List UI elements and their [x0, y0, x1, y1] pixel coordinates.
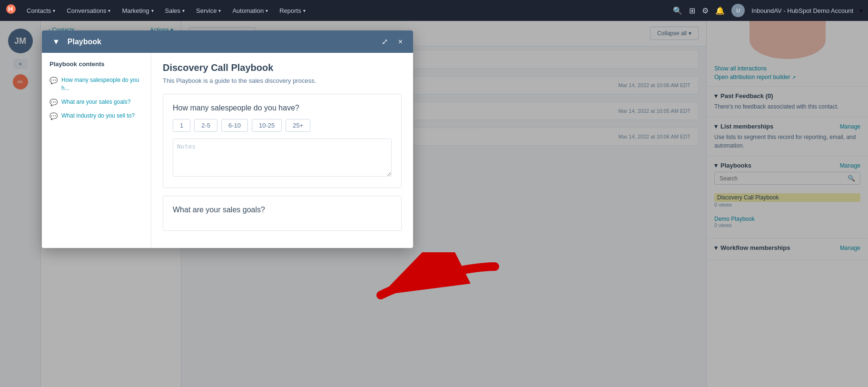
- option-btn-3[interactable]: 10-25: [252, 119, 282, 132]
- playbook-description: This Playbook is a guide to the sales di…: [163, 77, 402, 84]
- question-text-0: How many salespeople do you have?: [173, 104, 392, 112]
- nav-service[interactable]: Service ▾: [191, 5, 226, 16]
- chevron-down-icon: ▾: [108, 8, 110, 13]
- nav-right-section: 🔍 ⊞ ⚙ 🔔 U InboundAV - HubSpot Demo Accou…: [673, 4, 862, 17]
- nav-sales[interactable]: Sales ▾: [160, 5, 190, 16]
- option-btn-0[interactable]: 1: [173, 119, 190, 132]
- modal-sidebar: Playbook contents 💬 How many salespeople…: [42, 53, 151, 248]
- notes-textarea[interactable]: [173, 139, 392, 177]
- svg-text:H: H: [8, 5, 13, 13]
- modal-nav-item-1[interactable]: 💬 What are your sales goals?: [49, 95, 143, 109]
- question-text-1: What are your sales goals?: [173, 206, 392, 214]
- option-btn-4[interactable]: 25+: [286, 119, 310, 132]
- chat-icon: 💬: [49, 112, 58, 120]
- top-navigation: H Contacts ▾ Conversations ▾ Marketing ▾…: [0, 0, 868, 21]
- modal-overlay: ▼ Playbook ⤢ × Playbook contents 💬 How m…: [0, 21, 868, 387]
- user-avatar[interactable]: U: [731, 4, 745, 17]
- nav-marketing[interactable]: Marketing ▾: [117, 5, 158, 16]
- modal-sidebar-title: Playbook contents: [49, 60, 143, 68]
- playbook-modal: ▼ Playbook ⤢ × Playbook contents 💬 How m…: [42, 30, 413, 248]
- option-btn-2[interactable]: 6-10: [221, 119, 248, 132]
- modal-body: Playbook contents 💬 How many salespeople…: [42, 53, 413, 248]
- chevron-down-icon: ▾: [53, 8, 55, 13]
- modal-collapse-button[interactable]: ▼: [49, 37, 63, 47]
- modal-expand-button[interactable]: ⤢: [379, 36, 391, 47]
- modal-nav-label-2: What industry do you sell to?: [61, 112, 135, 120]
- playbook-modal-title: Discovery Call Playbook: [163, 62, 402, 73]
- grid-icon[interactable]: ⊞: [689, 6, 695, 15]
- option-btn-1[interactable]: 2-5: [194, 119, 217, 132]
- chat-icon: 💬: [49, 99, 58, 106]
- chat-icon: 💬: [49, 77, 58, 84]
- modal-header: ▼ Playbook ⤢ ×: [42, 30, 413, 53]
- chevron-down-icon: ▾: [218, 8, 221, 13]
- chevron-down-icon: ▾: [266, 8, 268, 13]
- modal-title: Playbook: [68, 38, 374, 46]
- modal-nav-item-2[interactable]: 💬 What industry do you sell to?: [49, 109, 143, 123]
- option-buttons-0: 1 2-5 6-10 10-25 25+: [173, 119, 392, 132]
- modal-nav-label-0: How many salespeople do you h...: [61, 76, 143, 92]
- modal-content: Discovery Call Playbook This Playbook is…: [151, 53, 413, 248]
- search-icon[interactable]: 🔍: [673, 6, 682, 15]
- modal-close-button[interactable]: ×: [395, 37, 405, 47]
- modal-nav-label-1: What are your sales goals?: [61, 98, 130, 106]
- question-card-0: How many salespeople do you have? 1 2-5 …: [163, 94, 402, 188]
- nav-reports[interactable]: Reports ▾: [275, 5, 310, 16]
- chevron-down-icon: ▾: [303, 8, 306, 13]
- hubspot-logo: H: [6, 4, 16, 17]
- modal-nav-item-0[interactable]: 💬 How many salespeople do you h...: [49, 73, 143, 95]
- question-card-1: What are your sales goals?: [163, 196, 402, 231]
- chevron-down-icon: ▾: [182, 8, 185, 13]
- account-name[interactable]: InboundAV - HubSpot Demo Account: [751, 7, 853, 14]
- nav-automation[interactable]: Automation ▾: [227, 5, 273, 16]
- bell-icon[interactable]: 🔔: [715, 6, 725, 15]
- chevron-down-icon: ▾: [151, 8, 154, 13]
- nav-contacts[interactable]: Contacts ▾: [22, 5, 60, 16]
- settings-icon[interactable]: ⚙: [702, 6, 709, 15]
- nav-conversations[interactable]: Conversations ▾: [62, 5, 115, 16]
- account-chevron-icon: ▾: [860, 8, 862, 13]
